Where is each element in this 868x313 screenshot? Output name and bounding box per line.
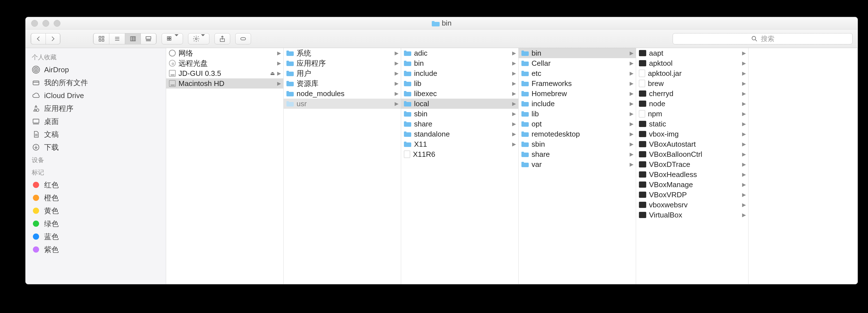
sidebar-tag[interactable]: 紫色 — [26, 243, 166, 256]
file-row[interactable]: X11▶ — [401, 139, 518, 149]
file-row[interactable]: Homebrew▶ — [519, 89, 636, 99]
search-field[interactable]: 搜索 — [673, 33, 852, 44]
exec-icon — [639, 212, 646, 218]
share-button[interactable] — [214, 33, 230, 44]
file-row[interactable]: Frameworks▶ — [519, 79, 636, 89]
forward-button[interactable] — [45, 33, 60, 44]
sidebar-item-docs[interactable]: 文稿 — [26, 128, 166, 141]
sidebar-tag[interactable]: 绿色 — [26, 217, 166, 230]
file-row[interactable]: etc▶ — [519, 68, 636, 79]
zoom-button[interactable] — [54, 20, 60, 27]
file-row[interactable]: apktool.jar▶ — [636, 68, 748, 79]
file-row[interactable]: 网络▶ — [166, 48, 283, 58]
file-row[interactable]: bin▶ — [401, 58, 518, 68]
file-row[interactable]: libexec▶ — [401, 89, 518, 99]
file-row[interactable]: node_modules▶ — [284, 89, 401, 99]
file-row[interactable]: usr▶ — [284, 99, 401, 109]
tags-button[interactable] — [235, 33, 251, 44]
file-row[interactable]: Macintosh HD▶ — [166, 79, 283, 89]
view-list-button[interactable] — [109, 33, 125, 44]
file-row[interactable]: lib▶ — [401, 79, 518, 89]
file-row[interactable]: apktool▶ — [636, 58, 748, 68]
sidebar-item-label: 紫色 — [44, 245, 59, 255]
sidebar-item-allfiles[interactable]: 我的所有文件 — [26, 76, 166, 89]
minimize-button[interactable] — [42, 20, 49, 27]
svg-rect-19 — [241, 37, 245, 40]
file-row[interactable]: static▶ — [636, 119, 748, 129]
chevron-right-icon: ▶ — [630, 111, 633, 117]
back-button[interactable] — [31, 33, 45, 44]
file-row[interactable]: npm▶ — [636, 109, 748, 119]
file-row[interactable]: cherryd▶ — [636, 89, 748, 99]
file-row[interactable]: VBoxDTrace▶ — [636, 159, 748, 169]
chevron-right-icon: ▶ — [742, 91, 746, 97]
view-icon-button[interactable] — [93, 33, 109, 44]
file-name: var — [531, 160, 541, 169]
file-row[interactable]: vboxwebsrv▶ — [636, 200, 748, 210]
file-name: include — [414, 69, 437, 78]
view-column-button[interactable] — [125, 33, 141, 44]
chevron-right-icon: ▶ — [630, 91, 633, 97]
sidebar-item-icloud[interactable]: iCloud Drive — [26, 89, 166, 102]
sidebar-tag[interactable]: 橙色 — [26, 191, 166, 204]
folder-icon — [286, 70, 294, 76]
file-row[interactable]: 远程光盘▶ — [166, 58, 283, 68]
sidebar-item-label: 应用程序 — [44, 104, 73, 114]
folder-icon — [404, 60, 411, 66]
file-row[interactable]: include▶ — [401, 68, 518, 79]
close-button[interactable] — [31, 20, 38, 27]
svg-rect-14 — [169, 36, 171, 38]
view-coverflow-button[interactable] — [141, 33, 156, 44]
file-row[interactable]: sbin▶ — [519, 139, 636, 149]
file-row[interactable]: JD-GUI 0.3.5⏏▶ — [166, 68, 283, 79]
chevron-right-icon: ▶ — [395, 70, 399, 76]
file-row[interactable]: var▶ — [519, 159, 636, 169]
file-row[interactable]: brew▶ — [636, 79, 748, 89]
eject-icon[interactable]: ⏏ — [270, 70, 275, 76]
file-row[interactable]: VBoxHeadless▶ — [636, 169, 748, 180]
file-row[interactable]: opt▶ — [519, 119, 636, 129]
file-row[interactable]: 系统▶ — [284, 48, 401, 58]
file-row[interactable]: VBoxAutostart▶ — [636, 139, 748, 149]
file-row[interactable]: share▶ — [519, 149, 636, 159]
file-row[interactable]: adic▶ — [401, 48, 518, 58]
file-row[interactable]: VBoxVRDP▶ — [636, 190, 748, 200]
file-row[interactable]: bin▶ — [519, 48, 636, 58]
folder-icon — [521, 50, 529, 56]
file-row[interactable]: Cellar▶ — [519, 58, 636, 68]
file-row[interactable]: X11R6 — [401, 149, 518, 159]
file-row[interactable]: 应用程序▶ — [284, 58, 401, 68]
folder-icon — [404, 70, 411, 76]
chevron-right-icon: ▶ — [512, 131, 516, 137]
sidebar-tag[interactable]: 红色 — [26, 179, 166, 191]
file-row[interactable]: aapt▶ — [636, 48, 748, 58]
sidebar-tag[interactable]: 蓝色 — [26, 230, 166, 243]
folder-icon — [286, 91, 294, 97]
file-row[interactable]: 资源库▶ — [284, 79, 401, 89]
file-row[interactable]: sbin▶ — [401, 109, 518, 119]
sidebar-item-airdrop[interactable]: AirDrop — [26, 63, 166, 76]
folder-icon — [432, 20, 440, 26]
file-row[interactable]: lib▶ — [519, 109, 636, 119]
column-browser: 网络▶远程光盘▶JD-GUI 0.3.5⏏▶Macintosh HD▶系统▶应用… — [166, 48, 858, 284]
file-row[interactable]: remotedesktop▶ — [519, 129, 636, 139]
chevron-right-icon: ▶ — [277, 70, 281, 76]
file-row[interactable]: local▶ — [401, 99, 518, 109]
file-row[interactable]: VirtualBox▶ — [636, 210, 748, 220]
sidebar-tag[interactable]: 黄色 — [26, 204, 166, 217]
file-row[interactable]: include▶ — [519, 99, 636, 109]
file-row[interactable]: node▶ — [636, 99, 748, 109]
file-row[interactable]: standalone▶ — [401, 129, 518, 139]
file-row[interactable]: vbox-img▶ — [636, 129, 748, 139]
file-row[interactable]: share▶ — [401, 119, 518, 129]
arrange-button[interactable] — [162, 33, 183, 44]
action-button[interactable] — [188, 33, 209, 44]
file-row[interactable]: VBoxManage▶ — [636, 180, 748, 190]
column-2: adic▶bin▶include▶lib▶libexec▶local▶sbin▶… — [401, 48, 519, 284]
sidebar-item-desktop[interactable]: 桌面 — [26, 115, 166, 128]
file-row[interactable]: VBoxBalloonCtrl▶ — [636, 149, 748, 159]
file-row[interactable]: 用户▶ — [284, 68, 401, 79]
sidebar-item-downloads[interactable]: 下载 — [26, 141, 166, 154]
sidebar-item-apps[interactable]: 应用程序 — [26, 102, 166, 115]
chevron-right-icon: ▶ — [630, 50, 633, 56]
